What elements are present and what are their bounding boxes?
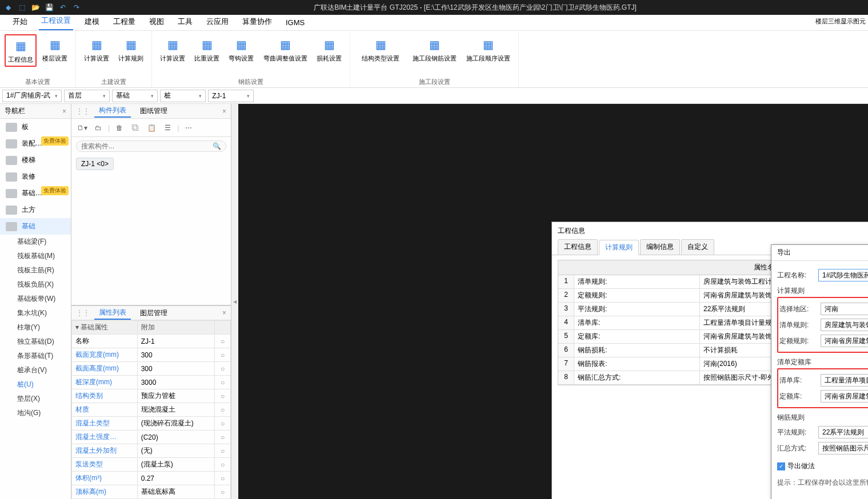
list-rule-select[interactable]: 房屋建筑与装饰工程计量规范计算规则(2013-河南)(R1.0.36.1) [821, 319, 868, 331]
nav-item-5[interactable]: 土方 [0, 202, 71, 218]
view-mode-label[interactable]: 楼层三维显示图元 [814, 16, 867, 27]
quota-lib-select[interactable]: 河南省房屋建筑与装饰工程预算定额(2016) [821, 390, 868, 403]
qat-open-icon[interactable]: 📂 [31, 3, 40, 12]
nav-sub-0[interactable]: 基础梁(F) [0, 235, 71, 249]
summary-select[interactable]: 按照钢筋图示尺寸-即外皮汇总 [818, 442, 868, 454]
selector-4[interactable]: ZJ-1 [208, 90, 254, 102]
prop-val-6[interactable]: (现浇碎石混凝土) [137, 417, 214, 430]
panel-collapse-slider[interactable] [231, 104, 238, 499]
menu-8[interactable]: IGMS [283, 16, 307, 30]
nav-item-2[interactable]: 楼梯 [0, 152, 71, 168]
prop-val-3[interactable]: 3000 [137, 376, 214, 389]
ribbon-g3-4[interactable]: ▦损耗设置 [313, 34, 345, 65]
prop-val-5[interactable]: 现浇混凝土 [137, 403, 214, 417]
dlg1-key-2: 平法规则: [574, 303, 700, 316]
comp-tab-0[interactable]: 构件列表 [94, 104, 131, 118]
project-name-input[interactable]: 1#武陟生物医药(导出) [818, 269, 868, 281]
layer-button[interactable]: ☰ [161, 122, 174, 134]
dlg1-tab-3[interactable]: 自定义 [681, 239, 714, 255]
prop-val-9[interactable]: (混凝土泵) [137, 458, 214, 472]
qat-redo-icon[interactable]: ↷ [72, 3, 81, 12]
more-button[interactable]: ⋯ [182, 122, 195, 134]
delete-button[interactable]: 🗑 [113, 122, 126, 134]
prop-val-4[interactable]: 预应力管桩 [137, 389, 214, 403]
selector-0[interactable]: 1#厂房辅房-武 [2, 90, 62, 102]
nav-item-3[interactable]: 装修 [0, 168, 71, 185]
prop-val-0[interactable]: ZJ-1 [137, 335, 214, 348]
component-chip[interactable]: ZJ-1 <0> [76, 158, 114, 170]
prop-val-11[interactable]: 基础底标高 [137, 485, 214, 499]
component-search[interactable]: 🔍 [76, 140, 226, 152]
ribbon-g1-1[interactable]: ▦楼层设置 [39, 34, 71, 67]
list-lib-select[interactable]: 工程量清单项目计量规范(2013-河南) [821, 374, 868, 387]
prop-tab-0[interactable]: 属性列表 [94, 307, 131, 320]
prop-val-7[interactable]: (C20) [137, 430, 214, 444]
quota-rule-select[interactable]: 河南省房屋建筑与装饰工程预算定额计算规则(2016)(R1.0.36.1) [821, 335, 868, 347]
new-component-button[interactable]: 🗋▾ [76, 122, 89, 134]
nav-sub-7[interactable]: 独立基础(D) [0, 335, 71, 349]
nav-sub-5[interactable]: 集水坑(K) [0, 306, 71, 320]
prop-close[interactable]: × [222, 309, 226, 317]
ribbon-g1-0[interactable]: ▦工程信息 [5, 34, 37, 67]
dlg1-tab-1[interactable]: 计算规则 [599, 240, 639, 255]
nav-sub-9[interactable]: 桩承台(V) [0, 363, 71, 377]
selector-2[interactable]: 基础 [112, 90, 158, 102]
nav-sub-8[interactable]: 条形基础(T) [0, 349, 71, 363]
prop-group-header[interactable]: ▾ 基础属性 [72, 321, 138, 335]
nav-sub-11[interactable]: 垫层(X) [0, 392, 71, 406]
dlg1-tab-0[interactable]: 工程信息 [558, 239, 598, 255]
nav-panel-close[interactable]: × [62, 107, 66, 115]
main-canvas[interactable]: 工程信息 — ☐ ✕ 工程信息计算规则编制信息自定义 属性名称 1清单规则:房屋… [238, 104, 868, 499]
dlg1-tab-2[interactable]: 编制信息 [640, 239, 680, 255]
qat-new-icon[interactable]: ⬚ [17, 3, 26, 12]
nav-sub-10[interactable]: 桩(U) [0, 377, 71, 392]
ribbon-g3-1[interactable]: ▦比重设置 [191, 34, 223, 65]
ribbon-g4-1[interactable]: ▦施工段钢筋设置 [409, 34, 460, 65]
ribbon-g3-0[interactable]: ▦计算设置 [157, 34, 189, 65]
drag-handle-icon[interactable]: ⋮⋮ [76, 107, 90, 115]
ribbon-g3-2[interactable]: ▦弯钩设置 [225, 34, 257, 65]
nav-item-4[interactable]: 基础…免费体验 [0, 185, 71, 202]
menu-5[interactable]: 工具 [175, 14, 195, 30]
drag-handle-icon[interactable]: ⋮⋮ [76, 309, 90, 317]
nav-sub-4[interactable]: 基础板带(W) [0, 292, 71, 306]
ribbon-g3-3[interactable]: ▦弯曲调整值设置 [259, 34, 311, 65]
qat-save-icon[interactable]: 💾 [45, 3, 54, 12]
prop-val-10[interactable]: 0.27 [137, 472, 214, 485]
menu-3[interactable]: 工程量 [111, 14, 138, 30]
selector-1[interactable]: 首层 [64, 90, 110, 102]
nav-sub-1[interactable]: 筏板基础(M) [0, 249, 71, 263]
region-select[interactable]: 河南 [821, 303, 868, 315]
paste-button[interactable]: 📋 [145, 122, 158, 134]
export-method-checkbox[interactable]: ✓导出做法 [777, 461, 868, 471]
component-search-input[interactable] [81, 142, 213, 150]
menu-2[interactable]: 建模 [82, 14, 102, 30]
ribbon-g4-2[interactable]: ▦施工段顺序设置 [462, 34, 514, 65]
comp-close[interactable]: × [222, 107, 226, 115]
menu-4[interactable]: 视图 [147, 14, 166, 30]
menu-0[interactable]: 开始 [10, 14, 30, 30]
nav-sub-3[interactable]: 筏板负筋(X) [0, 277, 71, 292]
qat-undo-icon[interactable]: ↶ [58, 3, 67, 12]
nav-sub-2[interactable]: 筏板主筋(R) [0, 263, 71, 277]
selector-3[interactable]: 桩 [160, 90, 206, 102]
nav-item-6[interactable]: 基础 [0, 218, 71, 235]
nav-item-1[interactable]: 装配…免费体验 [0, 135, 71, 152]
comp-tab-1[interactable]: 图纸管理 [135, 105, 172, 117]
new-folder-button[interactable]: 🗀 [92, 122, 105, 134]
ribbon-g4-0[interactable]: ▦结构类型设置 [355, 34, 406, 65]
menu-1[interactable]: 工程设置 [39, 13, 73, 30]
prop-val-1[interactable]: 300 [137, 348, 214, 362]
flat-rule-select[interactable]: 22系平法规则 [818, 426, 868, 438]
prop-val-8[interactable]: (无) [137, 444, 214, 458]
prop-val-2[interactable]: 300 [137, 362, 214, 376]
menu-6[interactable]: 云应用 [204, 14, 231, 30]
nav-item-0[interactable]: 板 [0, 119, 71, 135]
menu-7[interactable]: 算量协作 [240, 14, 274, 30]
copy-button[interactable]: ⿻ [129, 122, 142, 134]
prop-tab-1[interactable]: 图层管理 [135, 307, 172, 319]
ribbon-g2-0[interactable]: ▦计算设置 [81, 34, 113, 65]
nav-sub-6[interactable]: 柱墩(Y) [0, 320, 71, 335]
ribbon-g2-1[interactable]: ▦计算规则 [115, 34, 147, 65]
nav-sub-12[interactable]: 地沟(G) [0, 406, 71, 420]
